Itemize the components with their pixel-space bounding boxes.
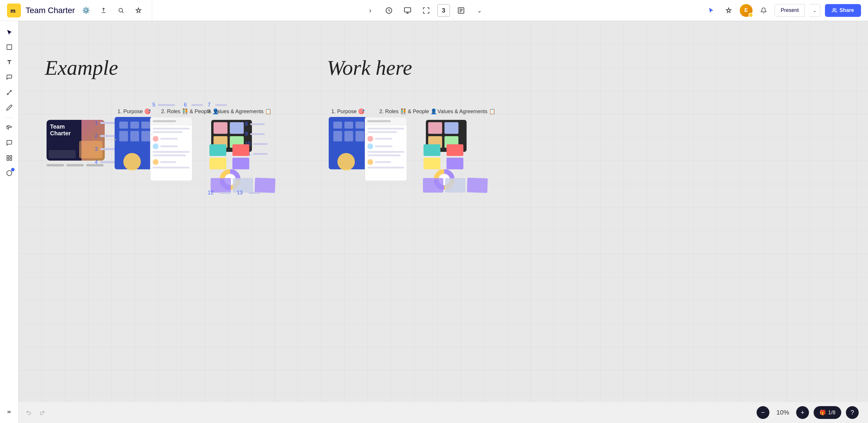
roles-card-work	[365, 117, 407, 181]
nav-right: E ⚡ Present ⌄ Share	[698, 4, 868, 17]
present-button[interactable]: Present	[775, 4, 805, 17]
zoom-in-button[interactable]: +	[796, 406, 809, 419]
sidebar-select-tool[interactable]	[3, 26, 16, 38]
pointer-tool-button[interactable]	[705, 4, 718, 17]
frames-icon: 🎁	[819, 409, 826, 416]
fullscreen-button[interactable]	[418, 3, 434, 18]
roles-card-example	[150, 117, 192, 181]
magic-button[interactable]	[132, 4, 145, 17]
center-chevron-button[interactable]: ⌄	[472, 3, 487, 18]
svg-rect-13	[7, 158, 8, 160]
frame-number-button[interactable]: 3	[437, 4, 450, 17]
notes-button[interactable]	[454, 3, 469, 18]
yellow-circle-1	[123, 153, 141, 171]
user-avatar-button[interactable]: E ⚡	[740, 4, 752, 17]
notifications-button[interactable]	[757, 4, 770, 17]
present-dropdown-button[interactable]: ⌄	[809, 4, 820, 17]
stickies-bottom-work	[423, 178, 488, 192]
section-values-left: 3. Values & Agreements 📋	[208, 108, 271, 115]
section-purpose-left: 1. Purpose 🎯	[118, 108, 151, 115]
svg-point-9	[10, 90, 11, 92]
frame-8-indicator: 8	[245, 121, 265, 127]
avatar-badge: ⚡	[748, 13, 753, 18]
share-button[interactable]: Share	[825, 4, 861, 17]
left-sidebar	[0, 21, 19, 423]
nav-forward-button[interactable]: ›	[363, 3, 378, 18]
zoom-out-button[interactable]: −	[756, 406, 769, 419]
svg-point-8	[7, 94, 8, 95]
sidebar-connector-tool[interactable]	[3, 86, 16, 99]
timer-button[interactable]	[381, 3, 397, 18]
search-button[interactable]	[115, 4, 127, 17]
sidebar-eraser-tool[interactable]	[3, 121, 16, 134]
svg-point-2	[119, 8, 122, 12]
svg-rect-11	[9, 156, 11, 157]
svg-rect-7	[7, 45, 12, 50]
svg-rect-4	[404, 7, 411, 12]
help-button[interactable]: ?	[846, 406, 859, 419]
frame-67-indicator: 6 7	[184, 102, 227, 108]
section-values-right: 3. Values & Agreements 📋	[432, 108, 495, 115]
sidebar-comment-tool[interactable]	[3, 137, 16, 149]
frame-5-indicator: 5	[152, 102, 175, 108]
sidebar-frames-tool[interactable]	[3, 41, 16, 54]
svg-rect-12	[9, 158, 11, 160]
example-label: Example	[45, 56, 118, 80]
sidebar-sticky-tool[interactable]	[3, 71, 16, 84]
sidebar-divider-1	[5, 118, 14, 118]
cover-title: TeamCharter	[50, 123, 101, 137]
frame-1213-indicator: 12 13	[208, 190, 260, 196]
top-navigation: m Team Charter ⚙️ ›	[0, 0, 868, 21]
svg-point-6	[833, 8, 835, 10]
work-label: Work here	[327, 56, 412, 80]
sidebar-apps-tool[interactable]	[3, 167, 16, 180]
connectors-svg	[19, 21, 868, 402]
section-roles-right: 2. Roles 🧑‍🤝‍🧑 & People 👤	[379, 108, 437, 115]
main-canvas[interactable]: Example Work here 1. Purpose 🎯 2. Roles …	[19, 21, 868, 402]
svg-text:m: m	[10, 7, 16, 14]
star-tool-button[interactable]	[722, 4, 735, 17]
yellow-circle-2	[337, 153, 355, 171]
settings-button[interactable]: ⚙️	[80, 4, 93, 17]
miro-logo[interactable]: m	[7, 3, 21, 18]
share-label: Share	[839, 7, 854, 13]
screen-share-button[interactable]	[400, 3, 415, 18]
nav-left: m Team Charter ⚙️	[0, 0, 152, 21]
share-upload-button[interactable]	[97, 4, 110, 17]
sidebar-text-tool[interactable]	[3, 56, 16, 69]
zoom-level-display: 10%	[774, 409, 792, 416]
board-title: Team Charter	[26, 6, 75, 15]
sidebar-pen-tool[interactable]	[3, 101, 16, 114]
apps-badge	[11, 168, 14, 171]
frame-9-indicator: 9	[245, 131, 265, 137]
sidebar-grid-tool[interactable]	[3, 152, 16, 164]
frames-counter-button[interactable]: 🎁 1/8	[814, 406, 841, 419]
section-purpose-right: 1. Purpose 🎯	[331, 108, 365, 115]
frames-count: 1/8	[828, 410, 835, 416]
nav-center: › 3 ⌄	[152, 3, 698, 18]
svg-rect-10	[7, 156, 8, 157]
avatar-initial: E	[744, 7, 748, 13]
bottom-bar: − 10% + 🎁 1/8 ?	[0, 402, 868, 423]
